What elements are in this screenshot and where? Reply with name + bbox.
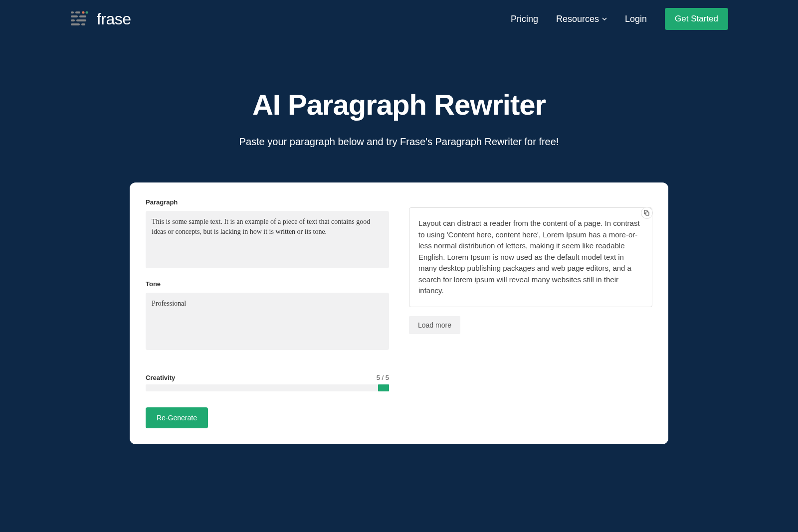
- svg-rect-6: [71, 19, 75, 21]
- svg-rect-0: [71, 11, 74, 13]
- logo-text: frase: [97, 10, 131, 28]
- slider-thumb[interactable]: [378, 384, 389, 391]
- output-text: Layout can distract a reader from the co…: [418, 218, 643, 297]
- nav: Pricing Resources Login Get Started: [511, 8, 728, 30]
- copy-button[interactable]: [641, 207, 653, 219]
- header: frase Pricing Resources Login Get Starte…: [0, 0, 798, 38]
- paragraph-field-group: Paragraph: [146, 198, 389, 270]
- input-column: Paragraph Tone Creativity 5 / 5 Re-Gener…: [146, 198, 389, 428]
- logo[interactable]: frase: [70, 8, 131, 29]
- svg-rect-1: [75, 11, 80, 13]
- creativity-slider[interactable]: [146, 384, 389, 391]
- nav-pricing[interactable]: Pricing: [511, 14, 538, 24]
- nav-login[interactable]: Login: [625, 14, 647, 24]
- creativity-value: 5 / 5: [377, 374, 389, 381]
- nav-resources[interactable]: Resources: [556, 14, 607, 24]
- tone-label: Tone: [146, 280, 389, 288]
- tone-input[interactable]: [146, 293, 389, 350]
- creativity-field-group: Creativity 5 / 5: [146, 374, 389, 391]
- output-box: Layout can distract a reader from the co…: [409, 207, 652, 307]
- output-column: Layout can distract a reader from the co…: [409, 198, 652, 428]
- paragraph-input[interactable]: [146, 211, 389, 268]
- svg-rect-4: [71, 15, 78, 17]
- svg-point-2: [82, 11, 85, 14]
- copy-icon: [644, 210, 650, 216]
- load-more-button[interactable]: Load more: [409, 316, 460, 334]
- svg-rect-8: [71, 23, 80, 25]
- page-title: AI Paragraph Rewriter: [10, 88, 788, 121]
- svg-point-3: [86, 11, 88, 14]
- svg-rect-7: [76, 19, 86, 21]
- logo-icon: [70, 8, 91, 29]
- svg-rect-5: [79, 15, 86, 17]
- hero: AI Paragraph Rewriter Paste your paragra…: [0, 38, 798, 182]
- creativity-row: Creativity 5 / 5: [146, 374, 389, 381]
- page-subtitle: Paste your paragraph below and try Frase…: [10, 136, 788, 148]
- get-started-button[interactable]: Get Started: [665, 8, 728, 30]
- regenerate-button[interactable]: Re-Generate: [146, 407, 208, 428]
- svg-rect-9: [81, 23, 85, 25]
- creativity-label: Creativity: [146, 374, 175, 381]
- chevron-down-icon: [602, 16, 607, 21]
- svg-rect-11: [646, 212, 649, 215]
- tool-card: Paragraph Tone Creativity 5 / 5 Re-Gener…: [130, 182, 668, 444]
- paragraph-label: Paragraph: [146, 198, 389, 206]
- tone-field-group: Tone: [146, 280, 389, 364]
- nav-resources-label: Resources: [556, 14, 599, 24]
